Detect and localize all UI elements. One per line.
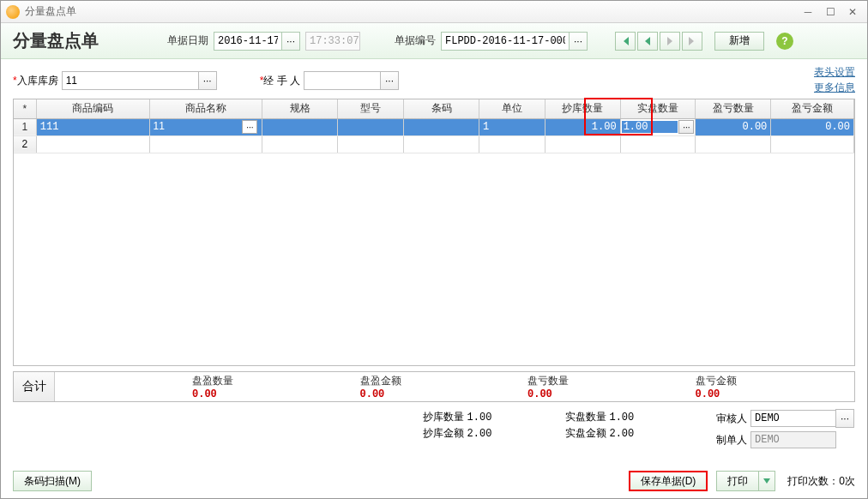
app-icon: [6, 5, 20, 19]
window-title: 分量盘点单: [25, 4, 795, 19]
header-settings-link[interactable]: 表头设置: [814, 64, 855, 80]
print-button[interactable]: 打印: [716, 471, 759, 491]
table-row[interactable]: 2: [14, 135, 854, 153]
titlebar: 分量盘点单 ─ ☐ ✕: [1, 1, 867, 23]
warehouse-picker-button[interactable]: ···: [198, 71, 217, 90]
print-count-value: 0次: [839, 474, 855, 489]
maximize-button[interactable]: ☐: [821, 5, 840, 19]
creator-input: [750, 431, 836, 448]
cell-diffamt[interactable]: 0.00: [771, 118, 854, 135]
cell-stockqty[interactable]: [545, 135, 620, 153]
cell-model[interactable]: [338, 135, 404, 153]
stock-qty-value: 1.00: [467, 412, 492, 424]
close-button[interactable]: ✕: [843, 5, 862, 19]
cell-unit[interactable]: [479, 135, 545, 153]
docno-label: 单据编号: [395, 33, 436, 48]
col-name[interactable]: 商品名称: [149, 99, 262, 118]
cell-barcode[interactable]: [404, 118, 479, 135]
footer-bar: 条码扫描(M) 保存单据(D) 打印 打印次数： 0次: [13, 471, 855, 491]
totals-bar: 合计 盘盈数量0.00 盘盈金额0.00 盘亏数量0.00 盘亏金额0.00: [13, 371, 855, 402]
reviewer-input[interactable]: [750, 410, 836, 427]
nav-first-button[interactable]: [615, 32, 636, 51]
actualqty-picker-button[interactable]: ···: [678, 120, 694, 134]
cell-unit[interactable]: 1: [479, 118, 545, 135]
col-code[interactable]: 商品编码: [36, 99, 149, 118]
help-icon[interactable]: ?: [776, 33, 793, 50]
actualqty-value[interactable]: 1.00: [622, 121, 678, 133]
minimize-button[interactable]: ─: [799, 5, 817, 19]
date-picker-button[interactable]: ···: [281, 32, 300, 51]
surplus-amt-value: 0.00: [360, 388, 511, 400]
cell-actualqty-editing[interactable]: 1.00 ···: [620, 118, 696, 135]
data-grid[interactable]: * 商品编码 商品名称 规格 型号 条码 单位 抄库数量 实盘数量 盈亏数量 盈…: [13, 99, 855, 366]
more-info-link[interactable]: 更多信息: [814, 80, 855, 95]
cell-code[interactable]: [36, 135, 149, 153]
actual-qty-value: 1.00: [609, 412, 634, 424]
cell-name[interactable]: 11···: [149, 118, 262, 135]
handler-input[interactable]: [304, 71, 381, 90]
row-number: 2: [14, 135, 36, 153]
cell-diffqty[interactable]: [696, 135, 771, 153]
summary-row: 抄库数量 1.00 抄库金额 2.00 实盘数量 1.00 实盘金额 2.00 …: [1, 402, 867, 452]
cell-barcode[interactable]: [404, 135, 479, 153]
surplus-qty-label: 盘盈数量: [192, 374, 343, 388]
handler-label: 经 手 人: [263, 74, 300, 88]
name-picker-button[interactable]: ···: [242, 120, 257, 134]
cell-code[interactable]: 111: [36, 118, 149, 135]
surplus-qty-value: 0.00: [192, 388, 343, 400]
col-actualqty[interactable]: 实盘数量: [620, 99, 696, 118]
actual-amt-label: 实盘金额: [565, 427, 606, 439]
docno-picker-button[interactable]: ···: [569, 32, 588, 51]
cell-diffamt[interactable]: [771, 135, 854, 153]
stock-amt-label: 抄库金额: [423, 427, 464, 439]
col-diffqty[interactable]: 盈亏数量: [696, 99, 771, 118]
date-label: 单据日期: [167, 33, 208, 48]
col-stockqty[interactable]: 抄库数量: [545, 99, 620, 118]
print-count-label: 打印次数：: [787, 474, 839, 489]
cell-diffqty[interactable]: 0.00: [696, 118, 771, 135]
deficit-amt-value: 0.00: [696, 388, 847, 400]
col-unit[interactable]: 单位: [479, 99, 545, 118]
nav-prev-button[interactable]: [637, 32, 658, 51]
warehouse-input[interactable]: [62, 71, 199, 90]
actual-amt-value: 2.00: [609, 428, 634, 440]
date-input[interactable]: [214, 32, 282, 51]
creator-label: 制单人: [708, 433, 747, 448]
col-diffamt[interactable]: 盈亏金额: [771, 99, 854, 118]
print-dropdown-button[interactable]: [758, 471, 775, 491]
col-spec[interactable]: 规格: [262, 99, 338, 118]
nav-next-button[interactable]: [660, 32, 680, 51]
reviewer-label: 审核人: [708, 412, 747, 426]
handler-picker-button[interactable]: ···: [380, 71, 399, 90]
cell-stockqty[interactable]: 1.00: [545, 118, 620, 135]
link-column: 表头设置 更多信息: [814, 64, 855, 95]
col-barcode[interactable]: 条码: [404, 99, 479, 118]
docno-input[interactable]: [441, 32, 570, 51]
cell-spec[interactable]: [262, 135, 338, 153]
page-title: 分量盘点单: [13, 29, 99, 52]
warehouse-label: 入库库房: [17, 74, 58, 88]
reviewer-picker-button[interactable]: ···: [835, 409, 854, 428]
time-display: 17:33:07: [305, 32, 360, 51]
deficit-qty-value: 0.00: [527, 388, 678, 400]
totals-label: 合计: [14, 372, 55, 401]
col-model[interactable]: 型号: [338, 99, 404, 118]
deficit-qty-label: 盘亏数量: [527, 374, 678, 388]
surplus-amt-label: 盘盈金额: [360, 374, 511, 388]
row-number: 1: [14, 118, 36, 135]
stock-qty-label: 抄库数量: [423, 411, 464, 423]
nav-last-button[interactable]: [682, 32, 702, 51]
cell-spec[interactable]: [262, 118, 338, 135]
cell-name[interactable]: [149, 135, 262, 153]
save-button[interactable]: 保存单据(D): [629, 471, 708, 491]
cell-actualqty[interactable]: [620, 135, 696, 153]
col-rownum[interactable]: *: [14, 99, 36, 118]
form-row: * 入库库房 ··· * 经 手 人 ···: [1, 59, 867, 99]
barcode-scan-button[interactable]: 条码扫描(M): [13, 471, 92, 491]
actual-qty-label: 实盘数量: [565, 411, 606, 423]
deficit-amt-label: 盘亏金额: [696, 374, 847, 388]
table-row[interactable]: 1 111 11··· 1 1.00 1.00 ···: [14, 118, 854, 135]
new-button[interactable]: 新增: [714, 32, 764, 51]
header-bar: 分量盘点单 单据日期 ··· 17:33:07 单据编号 ··· 新增 ?: [1, 23, 867, 59]
cell-model[interactable]: [338, 118, 404, 135]
